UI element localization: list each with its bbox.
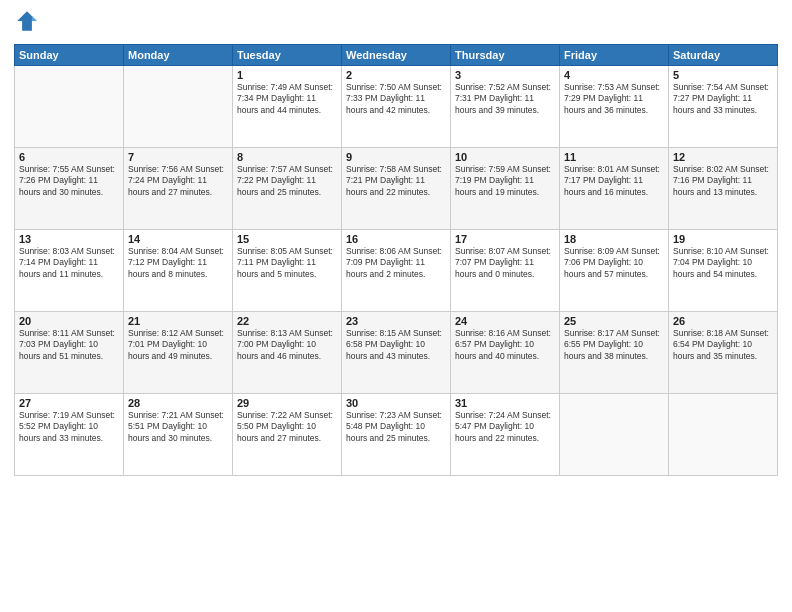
table-row: 23Sunrise: 8:15 AM Sunset: 6:58 PM Dayli… (342, 312, 451, 394)
page: SundayMondayTuesdayWednesdayThursdayFrid… (0, 0, 792, 612)
day-number: 26 (673, 315, 773, 327)
table-row: 14Sunrise: 8:04 AM Sunset: 7:12 PM Dayli… (124, 230, 233, 312)
day-number: 2 (346, 69, 446, 81)
day-number: 19 (673, 233, 773, 245)
table-row: 22Sunrise: 8:13 AM Sunset: 7:00 PM Dayli… (233, 312, 342, 394)
day-number: 22 (237, 315, 337, 327)
day-number: 11 (564, 151, 664, 163)
day-number: 24 (455, 315, 555, 327)
weekday-header-thursday: Thursday (451, 45, 560, 66)
day-number: 6 (19, 151, 119, 163)
table-row (560, 394, 669, 476)
weekday-header-row: SundayMondayTuesdayWednesdayThursdayFrid… (15, 45, 778, 66)
day-number: 29 (237, 397, 337, 409)
day-number: 3 (455, 69, 555, 81)
day-number: 13 (19, 233, 119, 245)
calendar-week-row: 27Sunrise: 7:19 AM Sunset: 5:52 PM Dayli… (15, 394, 778, 476)
day-number: 1 (237, 69, 337, 81)
table-row: 24Sunrise: 8:16 AM Sunset: 6:57 PM Dayli… (451, 312, 560, 394)
day-number: 7 (128, 151, 228, 163)
table-row: 15Sunrise: 8:05 AM Sunset: 7:11 PM Dayli… (233, 230, 342, 312)
table-row: 31Sunrise: 7:24 AM Sunset: 5:47 PM Dayli… (451, 394, 560, 476)
day-info: Sunrise: 8:02 AM Sunset: 7:16 PM Dayligh… (673, 164, 773, 198)
weekday-header-monday: Monday (124, 45, 233, 66)
day-info: Sunrise: 8:09 AM Sunset: 7:06 PM Dayligh… (564, 246, 664, 280)
table-row: 29Sunrise: 7:22 AM Sunset: 5:50 PM Dayli… (233, 394, 342, 476)
weekday-header-wednesday: Wednesday (342, 45, 451, 66)
table-row: 16Sunrise: 8:06 AM Sunset: 7:09 PM Dayli… (342, 230, 451, 312)
day-number: 27 (19, 397, 119, 409)
calendar-week-row: 13Sunrise: 8:03 AM Sunset: 7:14 PM Dayli… (15, 230, 778, 312)
day-info: Sunrise: 8:13 AM Sunset: 7:00 PM Dayligh… (237, 328, 337, 362)
table-row: 10Sunrise: 7:59 AM Sunset: 7:19 PM Dayli… (451, 148, 560, 230)
logo-icon (16, 10, 38, 32)
table-row (124, 66, 233, 148)
day-info: Sunrise: 8:05 AM Sunset: 7:11 PM Dayligh… (237, 246, 337, 280)
table-row: 25Sunrise: 8:17 AM Sunset: 6:55 PM Dayli… (560, 312, 669, 394)
table-row: 13Sunrise: 8:03 AM Sunset: 7:14 PM Dayli… (15, 230, 124, 312)
calendar-week-row: 20Sunrise: 8:11 AM Sunset: 7:03 PM Dayli… (15, 312, 778, 394)
day-info: Sunrise: 7:19 AM Sunset: 5:52 PM Dayligh… (19, 410, 119, 444)
day-info: Sunrise: 8:17 AM Sunset: 6:55 PM Dayligh… (564, 328, 664, 362)
table-row: 20Sunrise: 8:11 AM Sunset: 7:03 PM Dayli… (15, 312, 124, 394)
table-row: 21Sunrise: 8:12 AM Sunset: 7:01 PM Dayli… (124, 312, 233, 394)
weekday-header-sunday: Sunday (15, 45, 124, 66)
weekday-header-tuesday: Tuesday (233, 45, 342, 66)
calendar-week-row: 1Sunrise: 7:49 AM Sunset: 7:34 PM Daylig… (15, 66, 778, 148)
day-info: Sunrise: 8:11 AM Sunset: 7:03 PM Dayligh… (19, 328, 119, 362)
day-info: Sunrise: 7:54 AM Sunset: 7:27 PM Dayligh… (673, 82, 773, 116)
table-row: 27Sunrise: 7:19 AM Sunset: 5:52 PM Dayli… (15, 394, 124, 476)
day-info: Sunrise: 7:49 AM Sunset: 7:34 PM Dayligh… (237, 82, 337, 116)
table-row: 6Sunrise: 7:55 AM Sunset: 7:26 PM Daylig… (15, 148, 124, 230)
day-number: 28 (128, 397, 228, 409)
day-info: Sunrise: 8:03 AM Sunset: 7:14 PM Dayligh… (19, 246, 119, 280)
table-row: 19Sunrise: 8:10 AM Sunset: 7:04 PM Dayli… (669, 230, 778, 312)
day-info: Sunrise: 7:56 AM Sunset: 7:24 PM Dayligh… (128, 164, 228, 198)
day-info: Sunrise: 7:23 AM Sunset: 5:48 PM Dayligh… (346, 410, 446, 444)
day-info: Sunrise: 7:24 AM Sunset: 5:47 PM Dayligh… (455, 410, 555, 444)
day-number: 4 (564, 69, 664, 81)
logo (14, 10, 40, 36)
table-row: 17Sunrise: 8:07 AM Sunset: 7:07 PM Dayli… (451, 230, 560, 312)
day-number: 16 (346, 233, 446, 245)
day-info: Sunrise: 8:01 AM Sunset: 7:17 PM Dayligh… (564, 164, 664, 198)
table-row: 12Sunrise: 8:02 AM Sunset: 7:16 PM Dayli… (669, 148, 778, 230)
day-number: 30 (346, 397, 446, 409)
header (14, 10, 778, 36)
table-row: 28Sunrise: 7:21 AM Sunset: 5:51 PM Dayli… (124, 394, 233, 476)
day-info: Sunrise: 7:52 AM Sunset: 7:31 PM Dayligh… (455, 82, 555, 116)
table-row: 2Sunrise: 7:50 AM Sunset: 7:33 PM Daylig… (342, 66, 451, 148)
table-row: 8Sunrise: 7:57 AM Sunset: 7:22 PM Daylig… (233, 148, 342, 230)
day-info: Sunrise: 8:15 AM Sunset: 6:58 PM Dayligh… (346, 328, 446, 362)
day-info: Sunrise: 7:59 AM Sunset: 7:19 PM Dayligh… (455, 164, 555, 198)
table-row: 18Sunrise: 8:09 AM Sunset: 7:06 PM Dayli… (560, 230, 669, 312)
day-number: 9 (346, 151, 446, 163)
day-info: Sunrise: 8:12 AM Sunset: 7:01 PM Dayligh… (128, 328, 228, 362)
day-number: 5 (673, 69, 773, 81)
table-row: 5Sunrise: 7:54 AM Sunset: 7:27 PM Daylig… (669, 66, 778, 148)
day-number: 10 (455, 151, 555, 163)
day-number: 20 (19, 315, 119, 327)
day-info: Sunrise: 8:10 AM Sunset: 7:04 PM Dayligh… (673, 246, 773, 280)
day-info: Sunrise: 8:06 AM Sunset: 7:09 PM Dayligh… (346, 246, 446, 280)
day-info: Sunrise: 7:50 AM Sunset: 7:33 PM Dayligh… (346, 82, 446, 116)
day-info: Sunrise: 8:04 AM Sunset: 7:12 PM Dayligh… (128, 246, 228, 280)
svg-marker-1 (32, 16, 37, 21)
day-number: 15 (237, 233, 337, 245)
day-info: Sunrise: 7:53 AM Sunset: 7:29 PM Dayligh… (564, 82, 664, 116)
calendar-week-row: 6Sunrise: 7:55 AM Sunset: 7:26 PM Daylig… (15, 148, 778, 230)
day-info: Sunrise: 7:55 AM Sunset: 7:26 PM Dayligh… (19, 164, 119, 198)
day-number: 23 (346, 315, 446, 327)
day-info: Sunrise: 7:22 AM Sunset: 5:50 PM Dayligh… (237, 410, 337, 444)
day-info: Sunrise: 7:57 AM Sunset: 7:22 PM Dayligh… (237, 164, 337, 198)
table-row (15, 66, 124, 148)
calendar: SundayMondayTuesdayWednesdayThursdayFrid… (14, 44, 778, 476)
table-row (669, 394, 778, 476)
day-info: Sunrise: 8:07 AM Sunset: 7:07 PM Dayligh… (455, 246, 555, 280)
day-number: 31 (455, 397, 555, 409)
day-number: 14 (128, 233, 228, 245)
table-row: 26Sunrise: 8:18 AM Sunset: 6:54 PM Dayli… (669, 312, 778, 394)
day-info: Sunrise: 8:18 AM Sunset: 6:54 PM Dayligh… (673, 328, 773, 362)
day-number: 12 (673, 151, 773, 163)
day-number: 8 (237, 151, 337, 163)
